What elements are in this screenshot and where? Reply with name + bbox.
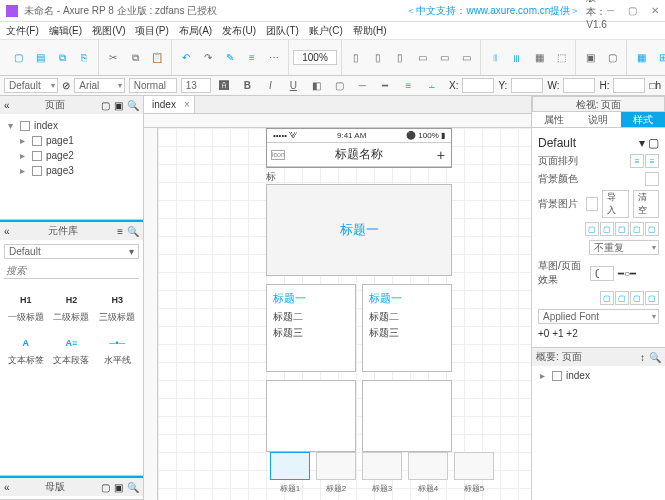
valign-icon[interactable]: ⫠ <box>422 76 441 96</box>
spacing-buttons[interactable]: +0 +1 +2 <box>538 328 578 339</box>
pos-1-icon[interactable]: ▢ <box>585 222 599 236</box>
library-select[interactable]: Default▾ <box>4 244 139 259</box>
thumb-0[interactable]: 标题1 <box>270 452 310 480</box>
align-right-icon[interactable]: ▯ <box>390 48 410 68</box>
support-link[interactable]: ＜中文支持：www.axure.com.cn提供＞ <box>406 4 580 18</box>
grid-icon[interactable]: ▦ <box>631 48 651 68</box>
menu-file[interactable]: 文件(F) <box>6 24 39 38</box>
new-page-icon[interactable]: ▤ <box>30 48 50 68</box>
undo-icon[interactable]: ↶ <box>176 48 196 68</box>
fill-icon[interactable]: ◧ <box>307 76 326 96</box>
font-applied-select[interactable]: Applied Font <box>538 309 659 324</box>
w-input[interactable] <box>563 78 595 93</box>
pos-2-icon[interactable]: ▢ <box>600 222 614 236</box>
plus-icon[interactable]: + <box>437 147 445 163</box>
fx-4-icon[interactable]: ▢ <box>645 291 659 305</box>
paste-icon[interactable]: ⎘ <box>74 48 94 68</box>
page-item-page1[interactable]: page1 <box>4 133 139 148</box>
format-icon[interactable]: ≡ <box>242 48 262 68</box>
empty-frame-2[interactable] <box>362 380 452 452</box>
import-button[interactable]: 导入 <box>602 190 628 218</box>
fx-2-icon[interactable]: ▢ <box>615 291 629 305</box>
page-item-page3[interactable]: page3 <box>4 163 139 178</box>
add-folder-icon[interactable]: ▣ <box>114 100 123 111</box>
color-icon[interactable]: 🅰 <box>215 76 234 96</box>
search-pages-icon[interactable]: 🔍 <box>127 100 139 111</box>
front-icon[interactable]: ▣ <box>580 48 600 68</box>
font-select[interactable]: Arial <box>74 78 124 93</box>
zoom-select[interactable]: 100% <box>293 50 337 65</box>
search-masters-icon[interactable]: 🔍 <box>127 482 139 493</box>
size-select[interactable]: 13 <box>181 78 211 93</box>
h-input[interactable] <box>613 78 645 93</box>
weight-select[interactable]: Normal <box>129 78 177 93</box>
fill-swatch[interactable] <box>645 172 659 186</box>
thumb-4[interactable]: 标题5 <box>454 452 494 480</box>
line-icon[interactable]: ─ <box>353 76 372 96</box>
y-input[interactable] <box>511 78 543 93</box>
fx-3-icon[interactable]: ▢ <box>630 291 644 305</box>
menu-view[interactable]: 视图(V) <box>92 24 125 38</box>
search-lib-icon[interactable]: 🔍 <box>127 226 139 237</box>
style-select[interactable]: Default <box>4 78 58 93</box>
tab-properties[interactable]: 属性 <box>532 112 576 127</box>
close-icon[interactable]: ✕ <box>651 5 659 16</box>
align-c-icon[interactable]: ≡ <box>645 154 659 168</box>
lock-icon[interactable]: ⬚ <box>551 48 571 68</box>
align-center-icon[interactable]: ▯ <box>368 48 388 68</box>
menu-team[interactable]: 团队(T) <box>266 24 299 38</box>
align-bot-icon[interactable]: ▭ <box>456 48 476 68</box>
lib-menu-icon[interactable]: ≡ <box>117 226 123 237</box>
page-item-index[interactable]: index <box>4 118 139 133</box>
copy2-icon[interactable]: ⧉ <box>125 48 145 68</box>
phone-frame[interactable]: ••••• ⨈ 9:41 AM ⚫ 100% ▮ icon 标题名称 + <box>266 128 452 168</box>
add-master-icon[interactable]: ▢ <box>101 482 110 493</box>
image-swatch[interactable] <box>586 197 599 211</box>
menu-edit[interactable]: 编辑(E) <box>49 24 82 38</box>
maximize-icon[interactable]: ▢ <box>628 5 637 16</box>
italic-icon[interactable]: I <box>261 76 280 96</box>
tab-notes[interactable]: 说明 <box>576 112 620 127</box>
outline-item-index[interactable]: index <box>532 366 665 385</box>
border-icon[interactable]: ▢ <box>330 76 349 96</box>
more-icon[interactable]: ⋯ <box>264 48 284 68</box>
thumb-3[interactable]: 标题4 <box>408 452 448 480</box>
canvas-stage[interactable]: ••••• ⨈ 9:41 AM ⚫ 100% ▮ icon 标题名称 + 标题三… <box>158 128 531 500</box>
widget-二级标题[interactable]: H2二级标题 <box>50 287 94 328</box>
guides-icon[interactable]: ⊞ <box>653 48 665 68</box>
master-folder-icon[interactable]: ▣ <box>114 482 123 493</box>
page-item-page2[interactable]: page2 <box>4 148 139 163</box>
widget-水平线[interactable]: ─•─水平线 <box>95 330 139 371</box>
menu-layout[interactable]: 布局(A) <box>179 24 212 38</box>
outline-sort-icon[interactable]: ↕ <box>640 352 645 363</box>
redo-icon[interactable]: ↷ <box>198 48 218 68</box>
hidden-check[interactable]: □h <box>649 80 661 91</box>
align-top-icon[interactable]: ▭ <box>412 48 432 68</box>
collapse-icon[interactable]: « <box>4 482 10 493</box>
group-icon[interactable]: ▦ <box>529 48 549 68</box>
tab-index[interactable]: index <box>144 96 195 113</box>
widget-三级标题[interactable]: H3三级标题 <box>95 287 139 328</box>
pos-4-icon[interactable]: ▢ <box>630 222 644 236</box>
x-input[interactable] <box>462 78 494 93</box>
dist-h-icon[interactable]: ⫴ <box>485 48 505 68</box>
empty-frame-1[interactable] <box>266 380 356 452</box>
back-icon[interactable]: ▢ <box>602 48 622 68</box>
hero-frame[interactable]: 标题一 <box>266 184 452 276</box>
new-file-icon[interactable]: ▢ <box>8 48 28 68</box>
card-frame-2[interactable]: 标题一 标题二 标题三 <box>362 284 452 372</box>
pos-5-icon[interactable]: ▢ <box>645 222 659 236</box>
clear-button[interactable]: 清空 <box>633 190 659 218</box>
card-frame-1[interactable]: 标题一 标题二 标题三 <box>266 284 356 372</box>
cut-icon[interactable]: ✂ <box>103 48 123 68</box>
outline-search-icon[interactable]: 🔍 <box>649 352 661 363</box>
menu-project[interactable]: 项目(P) <box>135 24 168 38</box>
brush-icon[interactable]: ✎ <box>220 48 240 68</box>
pos-3-icon[interactable]: ▢ <box>615 222 629 236</box>
textalign-icon[interactable]: ≡ <box>399 76 418 96</box>
align-mid-icon[interactable]: ▭ <box>434 48 454 68</box>
dist-v-icon[interactable]: ⫼ <box>507 48 527 68</box>
tab-style[interactable]: 样式 <box>621 112 665 127</box>
thumb-1[interactable]: 标题2 <box>316 452 356 480</box>
align-l-icon[interactable]: ≡ <box>630 154 644 168</box>
